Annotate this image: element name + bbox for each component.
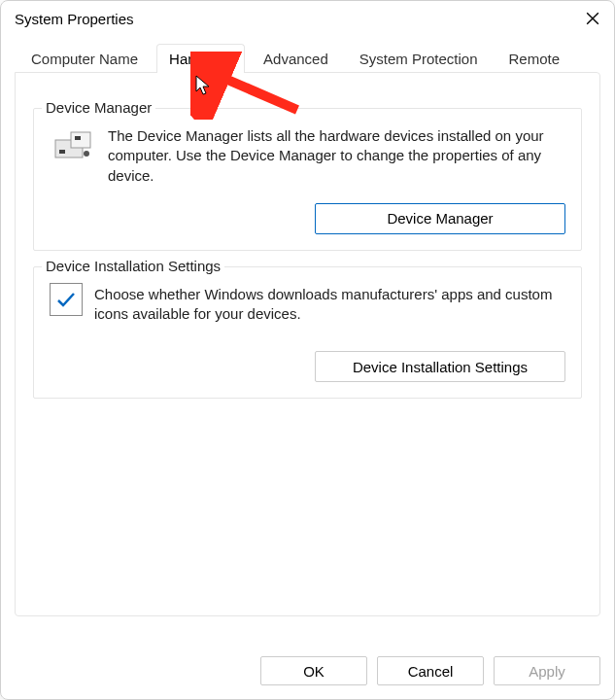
- device-installation-row: Choose whether Windows downloads manufac…: [50, 285, 565, 325]
- tab-remote[interactable]: Remote: [496, 44, 573, 73]
- tab-hardware[interactable]: Hardware: [156, 44, 245, 73]
- device-installation-settings-button[interactable]: Device Installation Settings: [315, 351, 565, 382]
- device-manager-row: The Device Manager lists all the hardwar…: [50, 126, 565, 186]
- tab-strip: Computer Name Hardware Advanced System P…: [18, 44, 600, 72]
- group-device-installation-title: Device Installation Settings: [42, 258, 224, 274]
- apply-button[interactable]: Apply: [494, 656, 600, 685]
- device-manager-description: The Device Manager lists all the hardwar…: [108, 126, 565, 186]
- close-button[interactable]: [583, 9, 602, 28]
- group-device-manager-title: Device Manager: [42, 99, 155, 116]
- close-icon: [586, 12, 599, 25]
- svg-rect-4: [75, 136, 81, 140]
- titlebar: System Properties: [1, 1, 614, 36]
- device-manager-icon: [50, 122, 96, 169]
- ok-button[interactable]: OK: [260, 656, 367, 685]
- group-device-manager: Device Manager The Device Manager lists …: [33, 108, 582, 251]
- installation-checkbox-icon: [50, 283, 83, 316]
- tab-advanced[interactable]: Advanced: [251, 44, 341, 73]
- cancel-button[interactable]: Cancel: [377, 656, 484, 685]
- client-area: Computer Name Hardware Advanced System P…: [1, 36, 614, 630]
- check-icon: [55, 289, 77, 310]
- group-device-installation: Device Installation Settings Choose whet…: [33, 266, 582, 400]
- tab-system-protection[interactable]: System Protection: [347, 44, 491, 73]
- hardware-icon: [50, 122, 96, 169]
- device-installation-description: Choose whether Windows downloads manufac…: [94, 285, 565, 325]
- device-manager-button[interactable]: Device Manager: [315, 203, 565, 234]
- dialog-buttons: OK Cancel Apply: [260, 656, 600, 685]
- svg-point-6: [84, 151, 89, 157]
- tab-computer-name[interactable]: Computer Name: [18, 44, 151, 73]
- tab-panel-hardware: Device Manager The Device Manager lists …: [15, 72, 600, 616]
- svg-rect-5: [59, 150, 65, 154]
- window-title: System Properties: [15, 11, 134, 27]
